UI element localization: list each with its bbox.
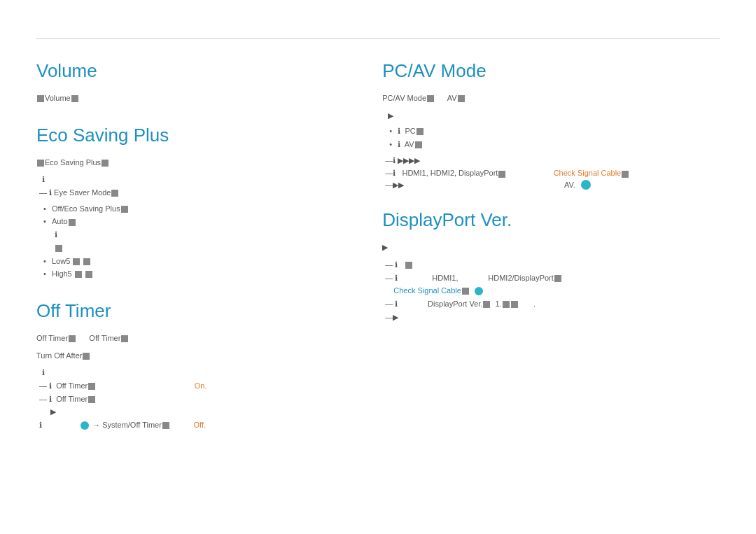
off-timer-line1: Off Timer Off Timer [36, 332, 326, 345]
off-timer-section: Off Timer Off Timer Off Timer Turn Off A… [36, 300, 326, 432]
eco-bullet-2: Auto ℹ [43, 215, 326, 254]
pcav-dash3: ―▶▶ AV. [382, 180, 720, 190]
dp-line1: ▶ [382, 241, 720, 254]
volume-line1: Volume [36, 92, 326, 105]
left-column: Volume Volume Eco Saving Plus Eco Saving… [36, 60, 354, 451]
page-container: Volume Volume Eco Saving Plus Eco Saving… [0, 38, 756, 534]
eco-line2: ℹ [36, 173, 326, 186]
pcav-section: PC/AV Mode PC/AV Mode AV ▶ ℹ PC ℹ AV ―ℹ … [382, 60, 720, 190]
eco-bullet-high: High5 [43, 267, 326, 281]
pcav-bullet-av: ℹ AV [389, 138, 720, 151]
off-timer-line2: Turn Off After [36, 349, 326, 363]
pcav-bullet-pc: ℹ PC [389, 125, 720, 138]
pcav-dash2: ―ℹ HDMI1, HDMI2, DisplayPort Check Signa… [382, 167, 720, 180]
dp-dash2: ― ℹ HDMI1, HDMI2/DisplayPort [382, 272, 720, 285]
pcav-line1: PC/AV Mode AV [382, 92, 720, 105]
dp-dash1: ― ℹ [382, 258, 720, 272]
off-timer-note: ℹ [36, 366, 326, 379]
pcav-bullet-list: ℹ PC ℹ AV [382, 125, 720, 150]
volume-title: Volume [36, 60, 326, 82]
off-timer-dash1: ― ℹ Off Timer On. [36, 379, 326, 393]
dp-check-signal: Check Signal Cable [382, 284, 720, 297]
pcav-line2: ▶ [382, 109, 720, 122]
eco-bullet-low: Low5 [43, 255, 326, 268]
top-border [36, 38, 720, 39]
eco-line1: Eco Saving Plus [36, 156, 326, 169]
eco-line3: ― ℹ Eye Saver Mode [36, 186, 326, 199]
volume-section: Volume Volume [36, 60, 326, 105]
off-timer-sub: ▶ [36, 405, 326, 419]
eco-bullet-list: Off/Eco Saving Plus Auto ℹ Low5 High5 [36, 202, 326, 281]
eco-saving-title: Eco Saving Plus [36, 125, 326, 146]
pcav-title: PC/AV Mode [382, 60, 720, 82]
two-column-layout: Volume Volume Eco Saving Plus Eco Saving… [36, 60, 720, 451]
displayport-title: DisplayPort Ver. [382, 209, 720, 231]
eco-bullet-1: Off/Eco Saving Plus [43, 202, 326, 216]
dp-dash3: ― ℹ DisplayPort Ver. 1. . [382, 297, 720, 311]
dp-dash4: ―▶ [382, 311, 720, 324]
displayport-section: DisplayPort Ver. ▶ ― ℹ ― ℹ HDMI1, HDMI2/… [382, 209, 720, 323]
off-timer-dash2: ― ℹ Off Timer [36, 393, 326, 406]
off-timer-dash3: ℹ → System/Off Timer Off. [36, 419, 326, 432]
pcav-dash1: ―ℹ ▶▶▶▶ [382, 154, 720, 167]
right-column: PC/AV Mode PC/AV Mode AV ▶ ℹ PC ℹ AV ―ℹ … [354, 60, 720, 451]
off-timer-title: Off Timer [36, 300, 326, 322]
eco-saving-section: Eco Saving Plus Eco Saving Plus ℹ ― ℹ Ey… [36, 125, 326, 281]
